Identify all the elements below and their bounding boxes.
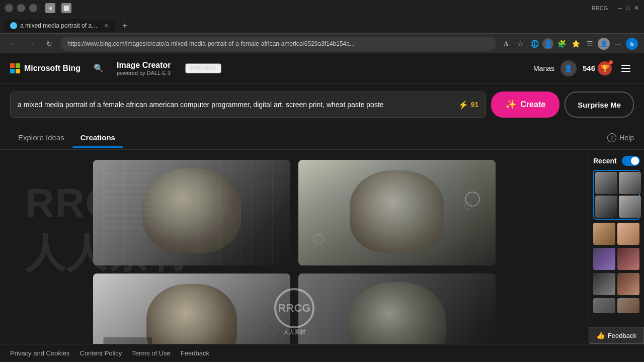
- create-icon: ✨: [505, 99, 516, 110]
- favorites-icon[interactable]: ⭐: [570, 38, 582, 50]
- footer: Privacy and Cookies Content Policy Terms…: [0, 344, 644, 362]
- profile-icon[interactable]: 👤: [542, 38, 553, 49]
- tab-creations[interactable]: Creations: [72, 127, 123, 148]
- reader-icon[interactable]: 𝐀: [500, 38, 512, 50]
- hamburger-line-3: [621, 71, 630, 72]
- feedback-label: Feedback: [608, 332, 636, 339]
- image-card-1[interactable]: [93, 160, 290, 265]
- browser-icon: ⊞: [45, 3, 55, 13]
- thumbnail-5-1[interactable]: [593, 298, 615, 313]
- image-creator-info: Image Creator powered by DALL·E 3: [117, 61, 171, 76]
- privacy-link[interactable]: Privacy and Cookies: [10, 349, 70, 357]
- surprise-me-button[interactable]: Surprise Me: [565, 92, 634, 118]
- more-options-icon[interactable]: ···: [612, 38, 624, 50]
- hamburger-line-1: [621, 65, 630, 66]
- thumbnail-2-2[interactable]: [617, 223, 639, 245]
- thumbnail-4-1[interactable]: [593, 273, 615, 295]
- thumbnail-4-2[interactable]: [617, 273, 639, 295]
- tab-explore-ideas[interactable]: Explore Ideas: [10, 127, 72, 148]
- boost-badge: ⚡ 91: [458, 100, 479, 110]
- prompt-input-container: ⚡ 91: [10, 92, 486, 118]
- image-card-2[interactable]: [298, 160, 496, 265]
- tab-explore-label: Explore Ideas: [18, 133, 64, 142]
- titlebar-minimize[interactable]: ─: [618, 5, 622, 12]
- recent-toggle[interactable]: [622, 156, 640, 166]
- feedback-icon: 👍: [596, 331, 605, 339]
- tab-creations-label: Creations: [80, 133, 115, 142]
- nav-forward-button[interactable]: →: [24, 37, 38, 51]
- content-policy-link[interactable]: Content Policy: [80, 349, 122, 357]
- feedback-button[interactable]: 👍 Feedback: [589, 327, 644, 344]
- help-link[interactable]: ? Help: [607, 133, 634, 142]
- tab-favicon: [10, 22, 17, 29]
- window-minimize[interactable]: [5, 4, 13, 12]
- titlebar-close[interactable]: ✕: [634, 5, 639, 12]
- bookmark-icon[interactable]: ☆: [514, 38, 526, 50]
- browser-titlebar: ⊞ ⬜ RRCG ─ □ ✕: [0, 0, 644, 16]
- tab-title: a mixed media portrait of a fem...: [20, 22, 99, 29]
- profile-btn[interactable]: 👤: [598, 38, 610, 50]
- images-grid: [93, 160, 496, 351]
- terms-link[interactable]: Terms of Use: [132, 349, 171, 357]
- thumbnail-group-2: [593, 223, 640, 245]
- coins-wrapper[interactable]: 546 🏆: [583, 61, 612, 75]
- translate-icon[interactable]: 🌐: [528, 38, 540, 50]
- extensions-icon[interactable]: 🧩: [555, 38, 568, 50]
- thumbnail-1-4[interactable]: [619, 196, 641, 218]
- tab-bing-creator[interactable]: a mixed media portrait of a fem... ✕: [4, 19, 115, 32]
- window-close[interactable]: [29, 4, 37, 12]
- image-creator-title: Image Creator: [117, 61, 171, 70]
- bing-text: Microsoft Bing: [24, 64, 80, 73]
- thumbnail-5-2[interactable]: [617, 298, 639, 313]
- window-controls: [5, 4, 37, 12]
- create-label: Create: [520, 100, 545, 109]
- thumbnail-1-3[interactable]: [595, 196, 617, 218]
- thumbnail-3-1[interactable]: [593, 248, 615, 270]
- nav-refresh-button[interactable]: ↻: [42, 37, 56, 51]
- prompt-area: ⚡ 91 ✨ Create Surprise Me: [0, 83, 644, 126]
- preview-badge[interactable]: PREVIEW: [185, 63, 222, 73]
- prompt-input[interactable]: [18, 101, 458, 109]
- nav-back-button[interactable]: ←: [6, 37, 20, 51]
- window-maximize[interactable]: [17, 4, 25, 12]
- coins-count: 546: [583, 64, 595, 72]
- image-card-4[interactable]: [298, 274, 496, 351]
- help-circle-icon: ?: [607, 133, 616, 142]
- tab-close-icon[interactable]: ✕: [104, 23, 109, 29]
- hamburger-menu[interactable]: [618, 60, 634, 76]
- notification-dot: [609, 60, 613, 64]
- thumbnail-3-2[interactable]: [617, 248, 639, 270]
- main-content: RRCG人人素材: [0, 150, 644, 351]
- user-avatar[interactable]: 👤: [560, 60, 577, 76]
- recent-label: Recent: [593, 157, 617, 165]
- thumbnail-1-1[interactable]: [595, 172, 617, 194]
- feedback-link[interactable]: Feedback: [181, 349, 209, 357]
- trophy-icon: 🏆: [598, 61, 612, 75]
- thumbnail-group-4: [593, 273, 640, 295]
- new-tab-button[interactable]: +: [119, 20, 131, 32]
- image-creator-subtitle: powered by DALL·E 3: [117, 70, 171, 76]
- address-bar: ← → ↻ 𝐀 ☆ 🌐 👤 🧩 ⭐ ☰ 👤 ··· b: [0, 33, 644, 53]
- boost-icon: ⚡: [458, 100, 468, 110]
- ms-bing-logo[interactable]: Microsoft Bing: [10, 63, 80, 73]
- search-button[interactable]: 🔍: [91, 60, 107, 76]
- create-button[interactable]: ✨ Create: [491, 92, 559, 118]
- thumbnail-1-2[interactable]: [619, 172, 641, 194]
- nav-tabs: Explore Ideas Creations ? Help: [0, 126, 644, 150]
- user-section: Manas 👤 546 🏆: [533, 60, 634, 76]
- images-area: RRCG人人素材: [0, 150, 589, 351]
- boost-count: 91: [471, 101, 479, 109]
- bing-icon[interactable]: b: [626, 38, 638, 50]
- sidebar: Recent: [589, 150, 644, 351]
- address-input[interactable]: [60, 37, 496, 51]
- titlebar-maximize[interactable]: □: [626, 5, 630, 12]
- hamburger-line-2: [621, 68, 630, 69]
- help-label: Help: [619, 134, 634, 142]
- collections-icon[interactable]: ☰: [584, 38, 596, 50]
- ms-logo-icon: [10, 63, 20, 73]
- app-header: Microsoft Bing 🔍 Image Creator powered b…: [0, 53, 644, 83]
- image-card-3[interactable]: [93, 274, 290, 351]
- browser-icon-2: ⬜: [61, 3, 71, 13]
- thumbnail-group-1: [593, 170, 640, 220]
- thumbnail-2-1[interactable]: [593, 223, 615, 245]
